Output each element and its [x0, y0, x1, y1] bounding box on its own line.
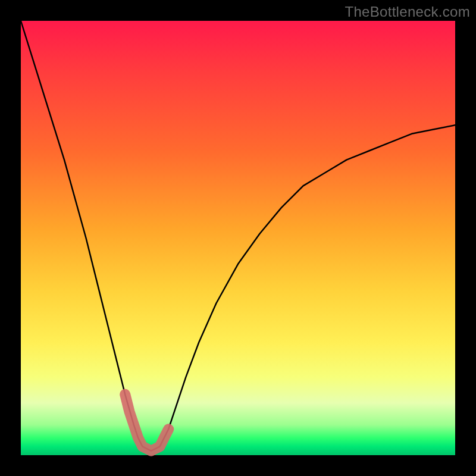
chart-svg — [21, 21, 455, 455]
watermark-text: TheBottleneck.com — [345, 4, 470, 20]
plot-area — [21, 21, 455, 455]
chart-frame: TheBottleneck.com — [0, 0, 476, 476]
highlight-segment — [125, 394, 168, 451]
bottleneck-curve-line — [21, 21, 455, 451]
